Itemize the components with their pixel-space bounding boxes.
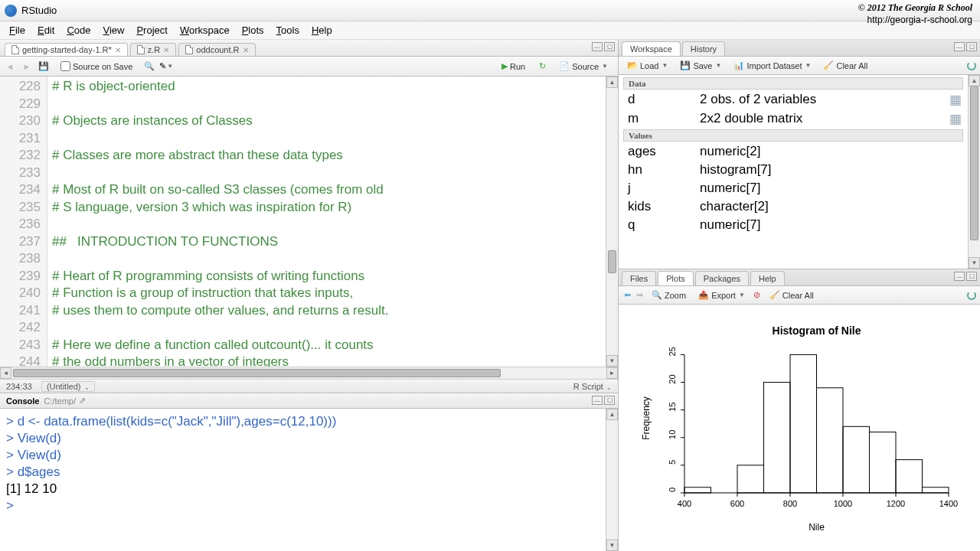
back-icon[interactable]: ◄	[5, 61, 15, 72]
plots-tab-strip: FilesPlotsPackagesHelp — ☐	[619, 269, 980, 286]
svg-rect-3	[684, 487, 711, 493]
clear-all-plots-button[interactable]: 🧹Clear All	[764, 288, 819, 302]
workspace-row[interactable]: agesnumeric[2]	[623, 142, 963, 161]
scope-selector[interactable]: (Untitled) ⌄	[41, 381, 95, 392]
scroll-down-icon[interactable]: ▼	[606, 355, 618, 367]
source-on-save-checkbox[interactable]: Source on Save	[55, 59, 138, 73]
scroll-up-icon[interactable]: ▲	[606, 77, 618, 88]
code-text[interactable]: # R is object-oriented# Objects are inst…	[47, 77, 606, 367]
menu-project[interactable]: Project	[130, 24, 173, 36]
menu-file[interactable]: File	[3, 24, 31, 36]
editor-tab-strip: getting-started-day-1.R*✕z.R✕oddcount.R✕…	[0, 40, 618, 57]
menu-bar: FileEditCodeViewProjectWorkspacePlotsToo…	[0, 21, 980, 40]
source-editor[interactable]: 2282292302312322332342352362372382392402…	[0, 77, 618, 367]
workspace-vscroll[interactable]: ▲ ▼	[968, 75, 980, 269]
run-button[interactable]: ▶Run	[496, 59, 531, 73]
menu-view[interactable]: View	[96, 24, 130, 36]
menu-tools[interactable]: Tools	[270, 24, 305, 36]
workspace-row[interactable]: jnumeric[7]	[623, 179, 963, 197]
svg-rect-7	[790, 354, 817, 493]
menu-help[interactable]: Help	[305, 24, 338, 36]
scroll-left-icon[interactable]: ◄	[0, 367, 11, 379]
tab-packages[interactable]: Packages	[695, 271, 749, 285]
tab-help[interactable]: Help	[750, 271, 785, 285]
file-icon	[137, 45, 145, 54]
workspace-row[interactable]: qnumeric[7]	[623, 216, 963, 234]
maximize-icon[interactable]: ☐	[604, 396, 615, 405]
scroll-thumb[interactable]	[608, 250, 616, 273]
editor-status-bar: 234:33 (Untitled) ⌄ R Script ⌄	[0, 379, 618, 393]
editor-vscroll[interactable]: ▲ ▼	[606, 77, 618, 367]
save-icon[interactable]: 💾	[38, 61, 49, 72]
svg-rect-12	[923, 487, 949, 493]
menu-code[interactable]: Code	[60, 24, 96, 36]
clear-all-button[interactable]: 🧹Clear All	[818, 58, 873, 73]
load-button[interactable]: 📂Load▼	[622, 58, 673, 73]
svg-text:1200: 1200	[887, 499, 905, 508]
refresh-icon[interactable]	[966, 60, 977, 71]
scroll-down-icon[interactable]: ▼	[969, 257, 980, 269]
svg-text:Nile: Nile	[808, 522, 825, 533]
forward-icon[interactable]: ►	[21, 61, 32, 72]
source-button[interactable]: 📄Source▼	[554, 59, 613, 73]
tab-files[interactable]: Files	[622, 271, 656, 285]
editor-hscroll[interactable]: ◄ ►	[0, 367, 618, 379]
tab-plots[interactable]: Plots	[658, 271, 693, 285]
scroll-thumb[interactable]	[13, 369, 501, 377]
close-icon[interactable]: ✕	[163, 46, 169, 54]
minimize-icon[interactable]: —	[954, 272, 965, 281]
tab-workspace[interactable]: Workspace	[622, 41, 681, 56]
file-type-selector[interactable]: R Script ⌄	[573, 382, 612, 391]
export-button[interactable]: 📤Export▼	[693, 288, 750, 302]
refresh-icon[interactable]	[966, 290, 977, 301]
wand-icon[interactable]: ✎▼	[161, 61, 172, 72]
import-dataset-button[interactable]: 📊Import Dataset▼	[728, 58, 816, 73]
console-vscroll[interactable]: ▲ ▼	[606, 409, 618, 551]
workspace-row[interactable]: kidscharacter[2]	[623, 197, 963, 216]
save-button[interactable]: 💾Save▼	[675, 58, 727, 73]
workspace-row[interactable]: hnhistogram[7]	[623, 161, 963, 179]
maximize-icon[interactable]: ☐	[966, 42, 977, 51]
close-icon[interactable]: ✕	[115, 46, 121, 54]
zoom-button[interactable]: 🔍Zoom	[646, 288, 691, 302]
scroll-up-icon[interactable]: ▲	[969, 75, 980, 86]
scroll-up-icon[interactable]: ▲	[606, 409, 618, 420]
svg-text:15: 15	[668, 403, 677, 412]
editor-tab[interactable]: getting-started-day-1.R*✕	[5, 43, 128, 56]
find-icon[interactable]: 🔍	[144, 61, 155, 72]
menu-plots[interactable]: Plots	[236, 24, 270, 36]
maximize-icon[interactable]: ☐	[604, 42, 615, 51]
popout-icon[interactable]: ⇗	[79, 396, 86, 406]
workspace-row[interactable]: d2 obs. of 2 variables▦	[623, 90, 963, 109]
window-title-bar: RStudio	[0, 0, 980, 21]
minimize-icon[interactable]: —	[954, 42, 965, 51]
workspace-row[interactable]: m2x2 double matrix▦	[623, 109, 963, 129]
editor-tab[interactable]: z.R✕	[130, 43, 177, 56]
minimize-icon[interactable]: —	[592, 396, 603, 405]
workspace-list: Datad2 obs. of 2 variables▦m2x2 double m…	[619, 75, 968, 269]
remove-plot-icon[interactable]: ⊘	[752, 290, 763, 301]
workspace-tab-strip: WorkspaceHistory — ☐	[619, 40, 980, 57]
tab-history[interactable]: History	[682, 41, 725, 56]
rerun-icon[interactable]: ↻	[537, 61, 547, 72]
close-icon[interactable]: ✕	[243, 46, 249, 54]
svg-rect-5	[737, 465, 764, 493]
menu-workspace[interactable]: Workspace	[174, 24, 236, 36]
svg-rect-10	[870, 432, 897, 493]
svg-text:25: 25	[668, 347, 677, 356]
svg-text:800: 800	[783, 499, 797, 508]
scroll-thumb[interactable]	[970, 86, 978, 240]
scroll-right-icon[interactable]: ►	[606, 367, 618, 379]
line-gutter: 2282292302312322332342352362372382392402…	[0, 77, 47, 367]
console[interactable]: > d <- data.frame(list(kids=c("Jack","Ji…	[0, 409, 618, 551]
svg-text:0: 0	[668, 487, 677, 492]
scroll-down-icon[interactable]: ▼	[606, 540, 618, 551]
maximize-icon[interactable]: ☐	[966, 272, 977, 281]
editor-tab[interactable]: oddcount.R✕	[178, 43, 255, 56]
minimize-icon[interactable]: —	[592, 42, 603, 51]
plot-next-icon[interactable]: ➡	[634, 290, 645, 301]
plot-prev-icon[interactable]: ⬅	[622, 290, 632, 301]
menu-edit[interactable]: Edit	[31, 24, 60, 36]
svg-text:10: 10	[668, 430, 677, 439]
editor-toolbar: ◄ ► 💾 Source on Save 🔍 ✎▼ ▶Run ↻ 📄Source…	[0, 57, 618, 77]
